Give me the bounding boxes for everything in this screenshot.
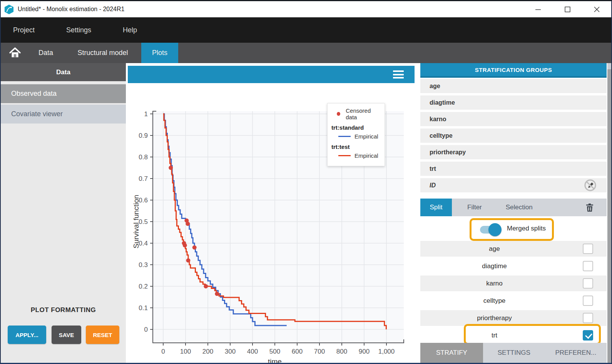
tab-preferences[interactable]: PREFEREN... (545, 343, 607, 363)
legend-group-trt-test: trt:test (331, 144, 381, 150)
menu-project[interactable]: Project (5, 26, 42, 34)
split-label-priortherapy: priortherapy (420, 314, 569, 322)
close-button[interactable] (582, 1, 611, 17)
group-row-celltype[interactable]: celltype (420, 129, 607, 143)
svg-text:0.9: 0.9 (139, 132, 148, 139)
checkbox-trt[interactable] (583, 330, 593, 341)
window-title: Untitled* - Monolix estimation - 2024R1 (18, 6, 124, 13)
svg-text:800: 800 (336, 348, 347, 355)
sidebar-section-header: Data (1, 63, 126, 81)
split-label-age: age (420, 245, 569, 253)
tab-data[interactable]: Data (31, 43, 61, 63)
censored-data-marker (337, 112, 340, 116)
legend-group-trt-standard: trt:standard (331, 124, 381, 131)
main-tab-bar: Data Structural model Plots (1, 43, 611, 63)
svg-text:200: 200 (202, 348, 213, 355)
group-row-trt[interactable]: trt (420, 162, 607, 176)
apply-button[interactable]: APPLY... (8, 326, 46, 344)
minimize-button[interactable] (523, 1, 553, 17)
plot-menu-icon[interactable] (393, 70, 404, 78)
sidebar-item-observed-data[interactable]: Observed data (1, 84, 126, 103)
stratification-groups-header: STRATIFICATION GROUPS (420, 63, 607, 78)
group-row-id[interactable]: ID (420, 178, 607, 192)
scrollbar-thumb[interactable] (607, 69, 612, 363)
monolix-logo-icon (4, 4, 14, 15)
empirical-line-swatch-red (338, 155, 351, 157)
group-row-karno[interactable]: karno (420, 112, 607, 126)
toggle-knob (488, 223, 502, 236)
split-row-age: age (420, 241, 607, 257)
svg-text:700: 700 (314, 348, 325, 355)
home-icon[interactable] (9, 47, 21, 58)
checkbox-age[interactable] (583, 244, 593, 254)
menu-settings[interactable]: Settings (59, 26, 99, 34)
menu-bar: Project Settings Help (1, 17, 611, 43)
merged-splits-label: Merged splits (507, 225, 546, 232)
stratification-panel: STRATIFICATION GROUPS age diagtime karno… (415, 63, 612, 363)
tab-settings[interactable]: SETTINGS (483, 343, 545, 363)
panel-scrollbar[interactable] (607, 63, 612, 363)
svg-text:0.8: 0.8 (139, 154, 148, 161)
svg-text:0.2: 0.2 (139, 283, 148, 290)
svg-text:0.7: 0.7 (139, 175, 148, 182)
svg-text:1,000: 1,000 (378, 348, 395, 355)
checkbox-diagtime[interactable] (583, 261, 593, 271)
split-row-trt: trt (420, 327, 607, 343)
group-row-priortherapy[interactable]: priortherapy (420, 145, 607, 159)
svg-text:300: 300 (225, 348, 236, 355)
id-label: ID (430, 182, 436, 189)
group-row-age[interactable]: age (420, 79, 607, 93)
checkbox-priortherapy[interactable] (583, 313, 593, 323)
survival-plot: 01002003004005006007008009001,00000.10.2… (128, 83, 415, 363)
group-row-diagtime[interactable]: diagtime (420, 95, 607, 110)
reset-button[interactable]: RESET (86, 326, 119, 344)
menu-help[interactable]: Help (115, 26, 145, 34)
checkbox-karno[interactable] (583, 278, 593, 289)
svg-text:time: time (268, 357, 282, 363)
split-label-diagtime: diagtime (420, 262, 569, 270)
tab-stratify[interactable]: STRATIFY (420, 343, 483, 363)
tab-plots[interactable]: Plots (141, 43, 178, 63)
plots-sidebar: Data Observed data Covariate viewer PLOT… (1, 63, 126, 363)
svg-text:0: 0 (144, 326, 148, 333)
stratify-mode-tabs: Split Filter Selection (420, 199, 607, 216)
svg-text:0.1: 0.1 (139, 304, 148, 312)
title-bar: Untitled* - Monolix estimation - 2024R1 (1, 1, 611, 17)
split-label-celltype: celltype (420, 297, 569, 305)
tab-filter[interactable]: Filter (459, 199, 490, 216)
sidebar-item-covariate-viewer[interactable]: Covariate viewer (1, 105, 126, 124)
svg-text:500: 500 (269, 348, 280, 355)
plot-formatting-title: PLOT FORMATTING (1, 306, 126, 314)
tab-structural-model[interactable]: Structural model (66, 43, 139, 63)
maximize-button[interactable] (553, 1, 582, 17)
empirical-line-swatch-blue (338, 136, 351, 137)
plot-panel: 01002003004005006007008009001,00000.10.2… (128, 63, 415, 363)
svg-text:1: 1 (144, 110, 148, 118)
checkbox-celltype[interactable] (583, 296, 593, 306)
panel-bottom-tabs: STRATIFY SETTINGS PREFEREN... (420, 343, 607, 363)
svg-text:Survival function: Survival function (132, 195, 140, 248)
svg-text:0: 0 (161, 348, 165, 355)
split-row-celltype: celltype (420, 293, 607, 309)
tab-split[interactable]: Split (420, 199, 452, 216)
tab-selection[interactable]: Selection (497, 199, 541, 216)
split-row-diagtime: diagtime (420, 258, 607, 274)
merged-splits-row: Merged splits (420, 216, 607, 235)
merged-splits-highlight: Merged splits (470, 218, 554, 241)
merged-splits-toggle[interactable] (480, 226, 500, 234)
plot-formatting-buttons: APPLY... SAVE RESET (1, 326, 126, 344)
split-row-priortherapy: priortherapy (420, 310, 607, 326)
split-label-karno: karno (420, 280, 569, 287)
save-button[interactable]: SAVE (52, 326, 81, 344)
svg-text:600: 600 (292, 348, 303, 355)
monolix-window: Untitled* - Monolix estimation - 2024R1 … (0, 0, 612, 364)
content-area: Data Observed data Covariate viewer PLOT… (1, 63, 611, 363)
trash-icon[interactable] (585, 203, 594, 212)
legend-empirical-standard: Empirical (354, 133, 378, 140)
legend-censored-label: Censored data (346, 107, 381, 120)
split-row-karno: karno (420, 276, 607, 291)
plot-legend: Censored data trt:standard Empirical trt… (327, 103, 385, 166)
plot-header-bar (128, 66, 415, 83)
svg-text:0.3: 0.3 (139, 261, 148, 269)
split-label-trt: trt (420, 332, 569, 339)
